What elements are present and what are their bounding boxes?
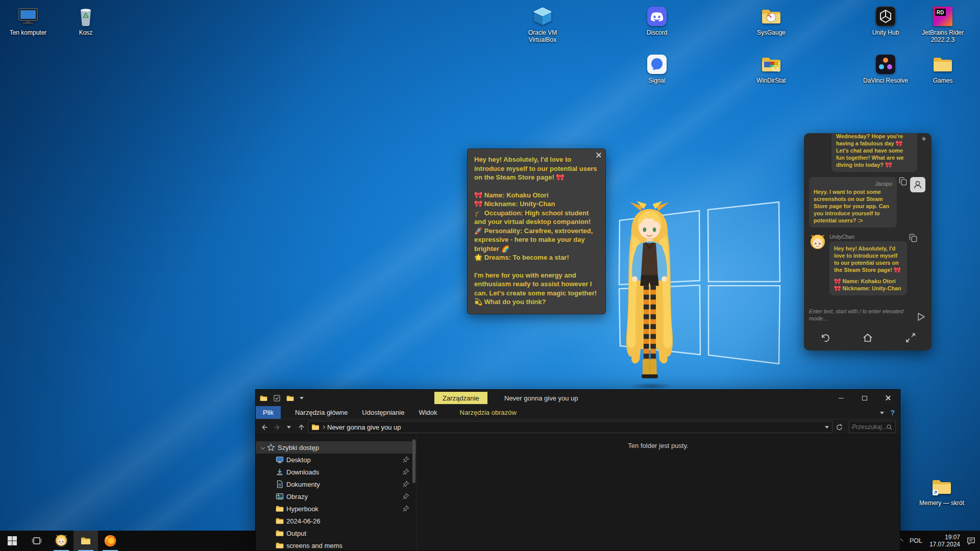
sidebar-scrollbar[interactable] (412, 439, 415, 483)
navigation-pane: Szybki dostęp Desktop Downloads Dokument… (256, 435, 416, 550)
quick-access-star-icon (267, 443, 275, 452)
forward-button[interactable] (271, 421, 282, 433)
arrow-right-icon (273, 423, 281, 431)
folder-icon (276, 517, 284, 525)
spacer (474, 182, 599, 191)
sidebar-item-hyperbook[interactable]: Hyperbook (256, 503, 416, 515)
taskbar-clock[interactable]: 19:07 17.07.2024 (929, 534, 960, 548)
arrow-left-icon (261, 423, 268, 431)
desktop-icon-label: Kosz (61, 29, 110, 36)
documents-icon (276, 480, 284, 488)
recent-locations-button[interactable] (283, 421, 295, 433)
sidebar-item-downloads[interactable]: Downloads (256, 466, 416, 478)
taskbar-item-companion-app[interactable] (49, 531, 74, 551)
customize-qat-chevron-icon[interactable] (300, 397, 304, 399)
file-explorer-icon (81, 536, 91, 546)
undo-icon[interactable] (819, 332, 830, 343)
desktop-icon-memery[interactable]: Memery — skrót (917, 475, 966, 507)
close-button[interactable] (876, 390, 900, 406)
sidebar-item-output[interactable]: Output (256, 527, 416, 539)
properties-icon[interactable] (273, 394, 281, 402)
sidebar-item-documents[interactable]: Dokumenty (256, 478, 416, 490)
sidebar-item-screens-and-mems[interactable]: screens and mems (256, 539, 416, 550)
search-box[interactable] (849, 421, 896, 433)
desktop-icon-games[interactable]: Games (918, 53, 967, 84)
send-icon[interactable] (916, 312, 926, 322)
explorer-window-icon[interactable] (260, 394, 267, 402)
home-icon[interactable] (862, 332, 873, 343)
address-bar[interactable]: Never gonna give you up (308, 421, 832, 433)
desktop-icon-kosz[interactable]: Kosz (61, 5, 110, 36)
tab-view[interactable]: Widok (411, 406, 444, 419)
chat-input-row: Enter text, start with / to enter elevat… (804, 305, 932, 328)
maximize-button[interactable] (853, 390, 876, 406)
desktop-icon-virtualbox[interactable]: Oracle VM VirtualBox (518, 5, 567, 43)
clock-time: 19:07 (929, 534, 960, 541)
desktop-icon-label: Unity Hub (861, 29, 910, 36)
chat-message-user: Jacopo Heyy. I want to post some screens… (809, 177, 926, 228)
address-dropdown-chevron-icon[interactable] (825, 426, 829, 429)
desktop-screen: Ten komputer Kosz Oracle VM VirtualBox D… (0, 0, 980, 551)
minimize-button[interactable] (829, 390, 853, 406)
sidebar-item-2024-06-26[interactable]: 2024-06-26 (256, 515, 416, 527)
taskbar-item-firefox[interactable] (98, 531, 122, 551)
tab-home[interactable]: Narzędzia główne (288, 406, 355, 419)
notification-center-button[interactable] (966, 536, 976, 546)
sidebar-item-pictures[interactable]: Obrazy (256, 490, 416, 503)
window-controls (829, 390, 900, 406)
chat-author-name: Jacopo (814, 181, 892, 187)
task-view-button[interactable] (24, 531, 49, 551)
tab-share[interactable]: Udostępnianie (355, 406, 411, 419)
sidebar-item-quick-access[interactable]: Szybki dostęp (256, 441, 416, 454)
copy-icon[interactable] (899, 177, 908, 186)
help-icon[interactable]: ? (890, 409, 895, 417)
desktop-icon-unity-hub[interactable]: Unity Hub (861, 5, 910, 36)
spacer (474, 262, 599, 271)
desktop-icon-davinci[interactable]: DaVinci Resolve (861, 53, 910, 84)
new-folder-icon[interactable] (286, 394, 294, 402)
companion-speech-bubble: Hey hey! Absolutely, I'd love to introdu… (467, 148, 606, 314)
desktop-icon-ten-komputer[interactable]: Ten komputer (4, 5, 53, 36)
desktop-icon-label: Signal (632, 77, 681, 84)
breadcrumb[interactable]: Never gonna give you up (327, 423, 822, 431)
collapse-icon[interactable] (905, 332, 916, 343)
chat-input[interactable]: Enter text, start with / to enter elevat… (809, 308, 913, 322)
tab-picture-tools[interactable]: Narzędzia obrazów (453, 406, 524, 419)
address-bar-row: Never gonna give you up (256, 419, 900, 435)
speech-profile-line: 🚀 Personality: Carefree, extroverted, ex… (474, 227, 599, 254)
language-indicator[interactable]: POL (909, 537, 923, 544)
desktop-icon-windirstat[interactable]: WinDirStat (747, 53, 796, 84)
desktop-icon-rider[interactable]: JetBrains Rider 2022.2.3 (918, 5, 967, 43)
chat-author-name: UnityChan (829, 234, 907, 240)
search-input[interactable] (852, 423, 886, 431)
close-icon[interactable] (596, 152, 602, 158)
pin-icon (402, 493, 409, 500)
taskbar-item-file-explorer[interactable] (74, 531, 98, 551)
copy-icon[interactable] (909, 234, 918, 242)
windirstat-icon (760, 53, 782, 76)
up-button[interactable] (296, 421, 307, 433)
desktop-icon-sysgauge[interactable]: SysGauge (747, 5, 796, 36)
unity-chan-character[interactable] (615, 199, 684, 390)
companion-chat-panel: going on this fine Wednesday? Hope you'r… (804, 133, 932, 350)
desktop-icon-label: SysGauge (747, 29, 796, 36)
person-icon (913, 180, 923, 190)
empty-folder-message: Ten folder jest pusty. (416, 442, 900, 449)
back-button[interactable] (259, 421, 270, 433)
chevron-down-icon (287, 426, 291, 429)
speech-intro: Hey hey! Absolutely, I'd love to introdu… (474, 155, 599, 182)
sidebar-item-desktop[interactable]: Desktop (256, 454, 416, 466)
folder-icon (276, 505, 284, 513)
recycle-bin-icon (75, 5, 97, 28)
desktop-icon-signal[interactable]: Signal (632, 53, 681, 84)
tab-file[interactable]: Plik (256, 406, 281, 419)
manage-contextual-tab[interactable]: Zarządzanie (434, 392, 487, 404)
desktop-icon-discord[interactable]: Discord (632, 5, 681, 36)
start-button[interactable] (0, 531, 24, 551)
sysgauge-icon (760, 5, 782, 28)
speech-profile-line: 🎀 Name: Kohaku Otori (474, 191, 599, 200)
expand-ribbon-chevron-icon[interactable] (880, 412, 884, 414)
refresh-button[interactable] (834, 421, 845, 433)
firefox-icon (104, 534, 117, 547)
downloads-icon (276, 468, 284, 476)
